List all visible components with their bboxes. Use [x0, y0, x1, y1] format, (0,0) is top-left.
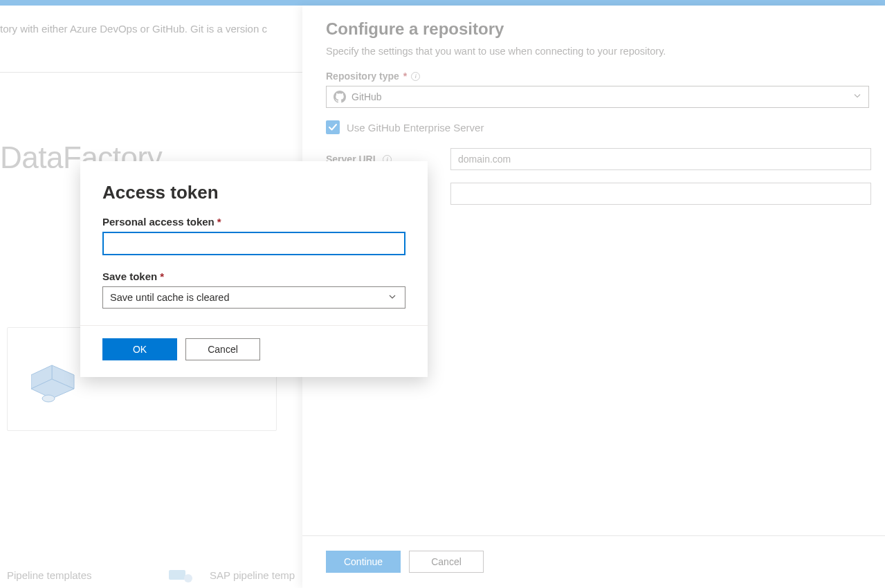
modal-cancel-button[interactable]: Cancel: [185, 338, 260, 360]
save-token-select[interactable]: Save until cache is cleared: [102, 286, 405, 309]
cancel-button[interactable]: Cancel: [409, 551, 484, 573]
data-factory-isometric-icon: [31, 358, 80, 407]
svg-rect-4: [169, 570, 185, 580]
enterprise-server-row: Use GitHub Enterprise Server: [326, 120, 871, 134]
modal-body: Access token Personal access token * Sav…: [80, 161, 428, 325]
repo-type-value: GitHub: [352, 91, 382, 102]
sap-pipeline-template-label: SAP pipeline temp: [210, 569, 295, 581]
top-accent-bar: [0, 0, 885, 6]
repo-type-label-text: Repository type: [326, 71, 399, 82]
personal-access-token-input[interactable]: [102, 232, 405, 255]
chevron-down-icon: [388, 292, 396, 303]
ok-button[interactable]: OK: [102, 338, 177, 360]
chevron-down-icon: [853, 92, 861, 102]
owner-input[interactable]: [450, 183, 871, 205]
required-asterisk: *: [160, 270, 164, 282]
pat-label: Personal access token *: [102, 216, 405, 228]
svg-point-5: [184, 574, 192, 582]
bg-intro-text: tory with either Azure DevOps or GitHub.…: [0, 23, 267, 35]
save-token-value: Save until cache is cleared: [110, 292, 230, 303]
repo-type-select[interactable]: GitHub: [326, 86, 869, 108]
required-asterisk: *: [403, 71, 407, 82]
save-token-label: Save token *: [102, 270, 405, 282]
enterprise-checkbox-label: Use GitHub Enterprise Server: [347, 122, 484, 134]
continue-button[interactable]: Continue: [326, 551, 401, 573]
server-url-input[interactable]: [450, 148, 871, 170]
github-icon: [334, 91, 346, 103]
save-token-label-text: Save token: [102, 270, 157, 282]
sap-icon: [167, 566, 197, 584]
info-icon[interactable]: i: [411, 72, 420, 81]
svg-point-3: [42, 395, 55, 402]
modal-footer: OK Cancel: [80, 325, 428, 377]
panel-subtitle: Specify the settings that you want to us…: [326, 46, 871, 57]
pipeline-templates-label: Pipeline templates: [7, 569, 92, 581]
panel-title: Configure a repository: [326, 19, 871, 39]
pat-label-text: Personal access token: [102, 216, 215, 228]
required-asterisk: *: [217, 216, 221, 228]
panel-footer: Continue Cancel: [326, 551, 484, 573]
bg-separator: [0, 72, 302, 73]
access-token-modal: Access token Personal access token * Sav…: [80, 161, 428, 377]
enterprise-checkbox[interactable]: [326, 120, 340, 134]
modal-title: Access token: [102, 182, 405, 203]
repo-type-label: Repository type * i: [326, 71, 871, 82]
